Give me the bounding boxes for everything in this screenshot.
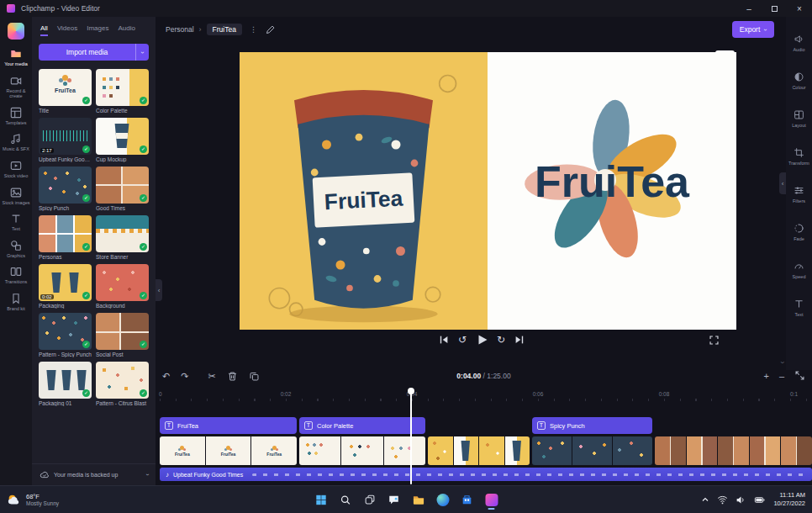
- start-button[interactable]: [312, 490, 330, 509]
- fullscreen-button[interactable]: [709, 335, 720, 346]
- media-item-store-banner[interactable]: ✓ Store Banner: [96, 215, 149, 260]
- text-icon: [10, 213, 22, 225]
- close-button[interactable]: ×: [787, 0, 812, 17]
- play-button[interactable]: [475, 333, 488, 346]
- tab-images[interactable]: Images: [87, 24, 108, 36]
- media-item-pattern-citrus-blast[interactable]: ✓ Pattern - Citrus Blast: [96, 362, 149, 406]
- tab-all[interactable]: All: [40, 24, 48, 36]
- sidebar-item-graphics[interactable]: Graphics: [0, 235, 32, 262]
- edge-button[interactable]: [434, 490, 452, 509]
- sidebar-item-brand-kit[interactable]: Brand kit: [0, 288, 32, 315]
- sidebar-item-stock-images[interactable]: Stock images: [0, 182, 32, 209]
- expand-properties-handle[interactable]: ‹: [779, 172, 786, 194]
- media-item-packaging-01[interactable]: ✓ Packaging 01: [39, 362, 92, 406]
- collapse-media-panel-handle[interactable]: ‹: [156, 279, 162, 301]
- panel-item-transform[interactable]: Transform: [786, 137, 812, 175]
- zoom-out-button[interactable]: –: [779, 371, 784, 381]
- weather-widget[interactable]: 68°F Mostly Sunny: [0, 493, 134, 507]
- timeline-collapse-icon[interactable]: ›: [778, 362, 787, 364]
- minimize-button[interactable]: –: [736, 0, 762, 17]
- panel-item-speed[interactable]: Speed: [786, 251, 812, 288]
- video-clip-title[interactable]: FruiTea FruiTea FruiTea: [160, 436, 297, 465]
- chat-button[interactable]: [385, 490, 403, 509]
- breadcrumb-home[interactable]: Personal: [166, 25, 194, 34]
- media-thumbnail: ✓: [96, 215, 149, 252]
- clipchamp-window: Clipchamp - Video Editor – × Your media …: [0, 0, 812, 513]
- sidebar-item-text[interactable]: Text: [0, 209, 32, 235]
- task-view-button[interactable]: [361, 490, 379, 509]
- maximize-button[interactable]: [762, 0, 787, 17]
- media-item-title[interactable]: FruiTea ✓ Title: [39, 69, 92, 114]
- sidebar-item-transitions[interactable]: Transitions: [0, 262, 32, 288]
- rewind-button[interactable]: ↺: [458, 334, 467, 346]
- sidebar-item-record-create[interactable]: Record & create: [0, 71, 32, 103]
- video-track: FruiTea FruiTea FruiTea: [160, 436, 812, 465]
- redo-button[interactable]: ↷: [181, 371, 188, 382]
- panel-item-audio[interactable]: Audio: [786, 24, 812, 61]
- audio-waveform: [43, 130, 87, 141]
- media-item-background[interactable]: ✓ Background: [96, 264, 149, 309]
- clock[interactable]: 11:11 AM 10/27/2022: [773, 491, 805, 508]
- panel-item-fade[interactable]: Fade: [786, 213, 812, 251]
- sidebar-item-stock-video[interactable]: Stock video: [0, 156, 32, 182]
- tab-audio[interactable]: Audio: [118, 24, 134, 36]
- duplicate-button[interactable]: [249, 371, 260, 382]
- edit-project-icon[interactable]: [265, 24, 276, 35]
- media-item-pattern-spicy-punch[interactable]: ✓ Pattern - Spicy Punch: [39, 313, 92, 357]
- media-item-packaging[interactable]: 0:02 ✓ Packaging: [39, 264, 92, 309]
- media-item-personas[interactable]: ✓ Personas: [39, 215, 92, 260]
- search-button[interactable]: [336, 490, 355, 509]
- fast-forward-button[interactable]: ↻: [497, 334, 505, 346]
- video-preview[interactable]: FruiTea FruiTea: [240, 52, 736, 330]
- backup-status-bar[interactable]: Your media is backed up ›: [32, 463, 156, 485]
- video-clip-color-palette[interactable]: [299, 436, 425, 465]
- sidebar-item-music-sfx[interactable]: Music & SFX: [0, 129, 32, 156]
- breadcrumb-project-name[interactable]: FruiTea: [207, 24, 242, 35]
- skip-to-end-button[interactable]: [514, 334, 525, 346]
- split-button[interactable]: ✂: [208, 371, 215, 382]
- media-item-color-palette[interactable]: ✓ Color Palette: [96, 69, 149, 114]
- crop-icon: [794, 147, 804, 158]
- volume-button[interactable]: [736, 494, 746, 505]
- sidebar-item-your-media[interactable]: Your media: [0, 44, 32, 71]
- file-explorer-button[interactable]: [409, 490, 428, 509]
- media-item-spicy-punch[interactable]: ✓ Spicy Punch: [39, 167, 92, 211]
- media-thumbnail: ✓: [96, 69, 149, 106]
- microsoft-store-button[interactable]: [458, 490, 477, 509]
- import-media-dropdown[interactable]: ›: [135, 44, 149, 61]
- audio-track-clip[interactable]: ♪ Upbeat Funky Good Times: [160, 468, 812, 481]
- more-options-icon[interactable]: ⋮: [250, 25, 257, 34]
- text-clip-color-palette[interactable]: Color Palette: [299, 417, 425, 434]
- export-button[interactable]: Export ›: [732, 21, 774, 38]
- sidebar-item-templates[interactable]: Templates: [0, 103, 32, 130]
- delete-button[interactable]: [227, 371, 238, 382]
- media-item-cup-mockup[interactable]: ✓ Cup Mockup: [96, 118, 149, 162]
- network-button[interactable]: [717, 494, 728, 505]
- clipchamp-taskbar-button[interactable]: [482, 490, 501, 509]
- speed-gauge-icon: [794, 261, 804, 272]
- text-clip-spicy-punch[interactable]: Spicy Punch: [532, 417, 652, 434]
- panel-item-layout[interactable]: Layout: [786, 99, 812, 137]
- duration-badge: 0:02: [40, 294, 54, 299]
- media-item-social-post[interactable]: ✓ Social Post: [96, 313, 149, 357]
- skip-to-start-button[interactable]: [438, 334, 450, 346]
- zoom-in-button[interactable]: +: [763, 371, 768, 381]
- battery-button[interactable]: [754, 494, 766, 505]
- timeline-ruler[interactable]: 0 0:02 0:04 0:06 0:08 0:1: [160, 391, 812, 401]
- media-thumbnail: ✓: [39, 313, 92, 350]
- zoom-to-fit-button[interactable]: [794, 370, 805, 381]
- video-clip-cup-mockup[interactable]: [428, 436, 530, 465]
- undo-button[interactable]: ↶: [162, 371, 170, 382]
- hidden-icons-button[interactable]: [701, 495, 709, 504]
- panel-item-filters[interactable]: Filters: [786, 175, 812, 213]
- import-media-button[interactable]: Import media: [39, 44, 135, 61]
- media-item-good-times[interactable]: ✓ Good Times: [96, 167, 149, 211]
- panel-item-colour[interactable]: Colour: [786, 61, 812, 99]
- panel-item-text[interactable]: Text: [786, 288, 812, 326]
- tab-videos[interactable]: Videos: [57, 24, 77, 36]
- text-clip-fruitea[interactable]: FruiTea: [160, 417, 297, 434]
- playhead[interactable]: [410, 389, 412, 484]
- media-item-upbeat-funky[interactable]: 2:17 ✓ Upbeat Funky Good Tim...: [39, 118, 92, 162]
- video-clip-good-times[interactable]: [655, 436, 812, 465]
- video-clip-spicy-punch[interactable]: [532, 436, 652, 465]
